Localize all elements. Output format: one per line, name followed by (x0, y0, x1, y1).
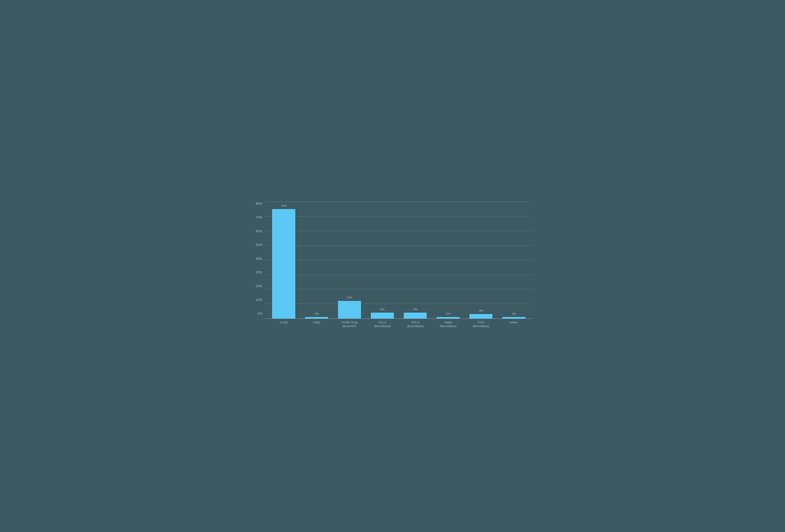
chart-container: 80%70%60%50%40%30%20%10%0% 75%1%12%4%4%1… (243, 188, 542, 344)
bar-group: 1% (498, 202, 530, 319)
y-axis-label: 40% (256, 257, 262, 261)
x-axis-label: Twitter(BenchBase) (432, 321, 465, 328)
bar-value-label: 75% (272, 204, 295, 207)
chart-inner: 75%1%12%4%4%1%3%1% YCSBTSBSYCSB-TS byben… (265, 202, 533, 328)
bar-group: 4% (366, 202, 399, 319)
bar: 1% (502, 317, 525, 318)
bar: 12% (338, 301, 361, 318)
y-axis-label: 30% (256, 270, 262, 274)
x-axis-label: TPC-C(BenchBase) (366, 321, 399, 328)
bar-group: 75% (267, 202, 300, 319)
y-axis-label: 70% (256, 215, 262, 219)
bar-value-label: 3% (470, 309, 492, 312)
y-axis-label: 20% (256, 284, 262, 288)
bar-group: 12% (333, 202, 366, 319)
x-axis-label: YCSB (267, 321, 300, 328)
bar-value-label: 1% (437, 312, 460, 315)
bar: 3% (470, 314, 492, 318)
bar-value-label: 4% (371, 308, 394, 311)
x-axis-label: TATP(BenchBase) (465, 321, 498, 328)
bar-value-label: 4% (404, 308, 427, 311)
bar-value-label: 1% (305, 312, 328, 315)
bar-value-label: 1% (502, 312, 525, 315)
x-labels: YCSBTSBSYCSB-TS bybenchANTTPC-C(BenchBas… (265, 319, 533, 328)
bar: 75% (272, 209, 295, 319)
bar-group: 4% (399, 202, 432, 319)
bars-and-grid: 75%1%12%4%4%1%3%1% (265, 202, 533, 319)
x-axis-label: TPC-H(BenchBase) (399, 321, 432, 328)
y-axis-label: 50% (256, 243, 262, 247)
bar-group: 3% (465, 202, 498, 319)
bar-group: 1% (300, 202, 333, 319)
y-axis: 80%70%60%50%40%30%20%10%0% (252, 202, 265, 328)
bar: 4% (371, 313, 394, 318)
bar-group: 1% (432, 202, 465, 319)
bar: 1% (437, 317, 460, 318)
x-axis-label: YCSB-TS bybenchANT (333, 321, 366, 328)
x-axis-label: TSBS (300, 321, 333, 328)
bar: 1% (305, 317, 328, 318)
bar-value-label: 12% (338, 296, 361, 299)
chart-area: 80%70%60%50%40%30%20%10%0% 75%1%12%4%4%1… (252, 202, 533, 328)
y-axis-label: 10% (256, 298, 262, 301)
x-axis-label: others (498, 321, 530, 328)
y-axis-label: 80% (256, 202, 262, 205)
y-axis-label: 60% (256, 229, 262, 233)
bar: 4% (404, 313, 427, 318)
bars-row: 75%1%12%4%4%1%3%1% (265, 202, 533, 319)
y-axis-label: 0% (258, 312, 262, 315)
